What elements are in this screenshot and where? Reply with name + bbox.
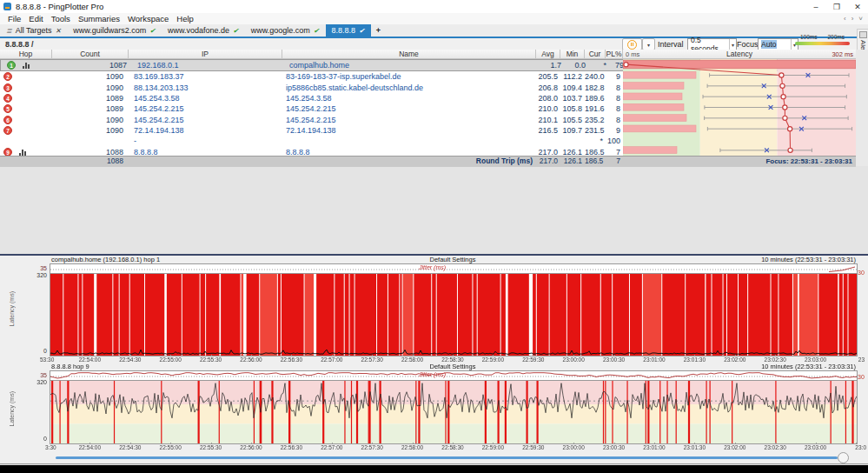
latency-gradient-bar bbox=[795, 42, 850, 45]
hop1-timeline-plot[interactable] bbox=[50, 273, 858, 356]
col-header-count[interactable]: Count bbox=[52, 50, 129, 59]
avg-cell: 208.0 bbox=[536, 93, 560, 103]
new-target-button[interactable]: + bbox=[371, 24, 386, 37]
tab-8-8-8-8[interactable]: 8.8.8.8✔ bbox=[326, 24, 371, 37]
tab-all-targets[interactable]: ≣All Targets✕ bbox=[0, 24, 67, 37]
interval-select[interactable]: 0.5 seconds▾ bbox=[687, 38, 737, 50]
legend-200ms: 200ms bbox=[827, 34, 845, 40]
col-header-hop[interactable]: Hop bbox=[0, 50, 52, 59]
tab-menu-caret-icon[interactable]: ˅ bbox=[858, 15, 863, 23]
menu-item-summaries[interactable]: Summaries bbox=[78, 14, 120, 23]
hop-status-circle: 1 bbox=[7, 61, 16, 70]
target-tab-bar: ≣All Targets✕www.guildwars2.com✔www.voda… bbox=[0, 24, 868, 37]
hop1-graph-range[interactable]: 10 minutes (22:53:31 - 23:03:31) bbox=[761, 256, 856, 263]
tab-www-google-com[interactable]: www.google.com✔ bbox=[245, 24, 326, 37]
hop-status-circle: 4 bbox=[3, 94, 12, 103]
col-header-cur[interactable]: Cur bbox=[585, 50, 606, 59]
name-cell: 145.254.2.215 bbox=[282, 103, 536, 114]
menu-item-edit[interactable]: Edit bbox=[29, 14, 43, 23]
tab-scroll-right-icon[interactable]: › bbox=[851, 15, 854, 23]
count-cell bbox=[52, 136, 129, 146]
hop-cell: 3 bbox=[0, 83, 52, 93]
time-tick-label: 22:58:30 bbox=[441, 444, 463, 450]
count-cell: 1090 bbox=[52, 125, 129, 136]
col-header-ip[interactable]: IP bbox=[129, 50, 282, 59]
hop9-graph-settings[interactable]: Default Settings bbox=[50, 363, 856, 370]
time-tick-label: 23:01:30 bbox=[684, 356, 706, 363]
count-cell: 1089 bbox=[52, 103, 129, 114]
legend-100ms: 100ms bbox=[800, 34, 818, 40]
focus-select[interactable]: Auto▾ bbox=[758, 38, 798, 50]
maximize-button[interactable]: ❐ bbox=[826, 3, 847, 11]
menu-item-workspace[interactable]: Workspace bbox=[128, 14, 169, 23]
pl-cell: 8 bbox=[606, 115, 623, 125]
time-tick-label: 22:56:00 bbox=[240, 444, 262, 450]
time-tick-label: 23:01:00 bbox=[643, 356, 665, 363]
ip-cell: 192.168.0.1 bbox=[132, 60, 286, 70]
menu-item-tools[interactable]: Tools bbox=[51, 14, 70, 23]
min-cell: 109.4 bbox=[560, 83, 585, 93]
close-button[interactable]: ✕ bbox=[847, 3, 868, 11]
time-tick-label: 22:59:30 bbox=[522, 356, 544, 363]
col-header-name[interactable]: Name bbox=[282, 50, 536, 59]
pl-cell: 8 bbox=[606, 103, 623, 114]
hop9-time-axis: 3:3022:54:0022:54:3022:55:0022:55:3022:5… bbox=[50, 443, 856, 451]
name-cell: 83-169-183-37-isp.superkabel.de bbox=[282, 71, 536, 82]
hop9-graph-range[interactable]: 10 minutes (22:53:31 - 23:03:31) bbox=[761, 363, 856, 370]
hop9-timeline-plot[interactable] bbox=[50, 380, 858, 444]
cur-cell: * bbox=[585, 136, 606, 146]
close-icon[interactable]: ✕ bbox=[56, 27, 62, 35]
avg-cell bbox=[536, 136, 560, 146]
time-tick-label: 22:55:00 bbox=[160, 356, 182, 363]
tab-www-vodafone-de[interactable]: www.vodafone.de✔ bbox=[162, 24, 245, 37]
check-icon: ✔ bbox=[359, 27, 365, 35]
time-tick-label: 23:00:30 bbox=[603, 444, 625, 450]
round-trip-label: Round Trip (ms) bbox=[282, 157, 536, 167]
name-cell: 72.14.194.138 bbox=[282, 125, 536, 136]
pl-cell: 9 bbox=[606, 71, 623, 82]
focus-range-label: Focus: 22:53:31 - 23:03:31 bbox=[623, 157, 856, 167]
col-header-avg[interactable]: Avg bbox=[536, 50, 560, 59]
pause-button[interactable] bbox=[622, 38, 642, 50]
time-tick-label: 23:00:30 bbox=[603, 356, 625, 363]
latency-column-graph[interactable] bbox=[623, 59, 856, 156]
latency-scale-legend: 100ms200ms bbox=[795, 34, 850, 48]
col-header-latency[interactable]: 0 ms Latency 302 ms bbox=[623, 50, 856, 59]
latency-max-label: 302 ms bbox=[832, 50, 853, 59]
minimize-button[interactable]: – bbox=[805, 3, 826, 11]
time-tick-label: 23:01:00 bbox=[643, 444, 665, 450]
timeline-scrollbar[interactable] bbox=[56, 456, 838, 459]
hop-status-circle: 7 bbox=[3, 126, 12, 135]
time-tick-label: 23:00:00 bbox=[563, 356, 585, 363]
hop-cell bbox=[0, 136, 52, 146]
min-cell: 109.7 bbox=[560, 125, 585, 136]
ip-cell: 145.254.3.58 bbox=[129, 93, 282, 103]
tab-label: www.vodafone.de bbox=[168, 26, 229, 35]
col-header-pl[interactable]: PL% bbox=[606, 50, 623, 59]
time-tick-label: 22:59:30 bbox=[522, 444, 544, 450]
pause-menu-caret[interactable]: ▾ bbox=[642, 38, 655, 50]
tab-www-guildwars2-com[interactable]: www.guildwars2.com✔ bbox=[67, 24, 162, 37]
round-trip-cur: 186.5 bbox=[585, 157, 606, 167]
count-cell: 1089 bbox=[52, 93, 129, 103]
hop1-jitter-label: Jitter (ms) bbox=[419, 264, 446, 270]
round-trip-avg: 217.0 bbox=[536, 157, 560, 167]
col-header-min[interactable]: Min bbox=[560, 50, 585, 59]
avg-cell: 205.5 bbox=[536, 71, 560, 82]
timeline-scrollbar-thumb[interactable] bbox=[838, 452, 849, 463]
hop1-ymax-label: 320 bbox=[31, 272, 47, 278]
hop1-ylabel: Latency (ms) bbox=[9, 291, 15, 326]
time-tick-label: 22:54:30 bbox=[119, 356, 141, 363]
hop-status-circle: 3 bbox=[3, 83, 12, 92]
name-cell: 145.254.2.215 bbox=[282, 115, 536, 125]
time-tick-label: 22:55:00 bbox=[160, 444, 182, 450]
tab-scroll-left-icon[interactable]: ‹ bbox=[844, 15, 846, 23]
hop1-graph-settings[interactable]: Default Settings bbox=[50, 256, 856, 263]
cur-cell: 189.6 bbox=[585, 93, 606, 103]
round-trip-row: 1088 Round Trip (ms) 217.0 126.1 186.5 7… bbox=[0, 156, 856, 167]
menu-item-help[interactable]: Help bbox=[176, 14, 194, 23]
menu-item-file[interactable]: File bbox=[8, 14, 21, 23]
cur-cell: 182.8 bbox=[585, 83, 606, 93]
ip-cell: 72.14.194.138 bbox=[129, 125, 282, 136]
time-tick-label: 22:56:30 bbox=[281, 356, 302, 363]
